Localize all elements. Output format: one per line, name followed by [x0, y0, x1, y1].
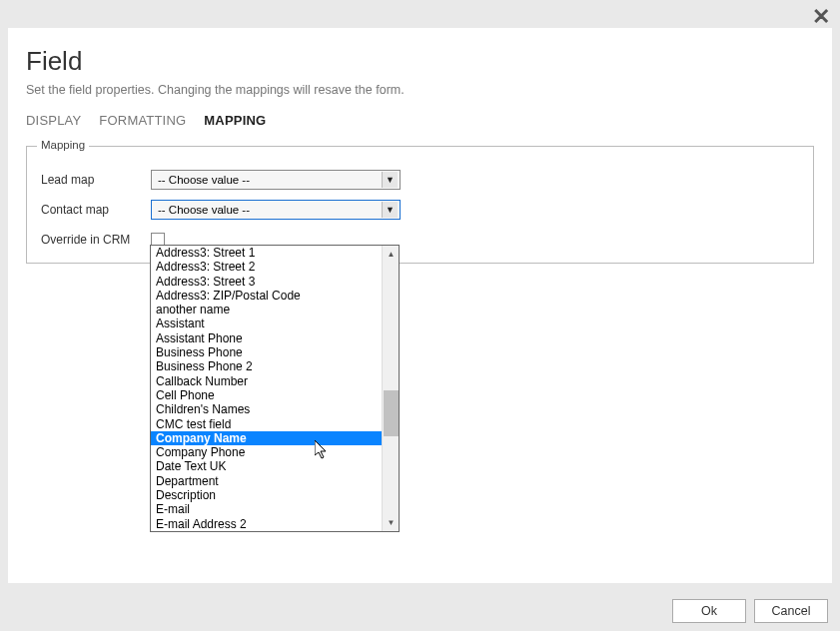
tab-bar: DISPLAY FORMATTING MAPPING [26, 113, 814, 128]
dropdown-option[interactable]: Address3: ZIP/Postal Code [151, 289, 383, 303]
chevron-down-icon: ▼ [382, 172, 398, 188]
dropdown-option[interactable]: Children's Names [151, 402, 383, 416]
dropdown-option[interactable]: Company Name [151, 431, 383, 445]
dropdown-option[interactable]: Address3: Street 2 [151, 260, 383, 274]
dropdown-option[interactable]: Assistant Phone [151, 331, 383, 345]
dialog-footer: Ok Cancel [0, 591, 840, 631]
ok-button[interactable]: Ok [672, 599, 746, 623]
lead-map-label: Lead map [41, 173, 151, 187]
contact-map-select[interactable]: -- Choose value -- ▼ [151, 200, 401, 220]
tab-formatting[interactable]: FORMATTING [99, 113, 186, 128]
scroll-up-icon[interactable]: ▲ [383, 246, 400, 263]
dropdown-option[interactable]: Business Phone [151, 345, 383, 359]
dialog-panel: Field Set the field properties. Changing… [8, 28, 832, 583]
dropdown-option[interactable]: Cell Phone [151, 388, 383, 402]
dropdown-option[interactable]: Callback Number [151, 374, 383, 388]
close-icon[interactable]: ✕ [812, 4, 830, 30]
dropdown-option[interactable]: Address3: Street 1 [151, 246, 383, 260]
scroll-track[interactable] [383, 263, 400, 514]
dropdown-option[interactable]: another name [151, 303, 383, 316]
dropdown-option[interactable]: Address3: Street 3 [151, 275, 383, 289]
lead-map-select[interactable]: -- Choose value -- ▼ [151, 170, 401, 190]
override-label: Override in CRM [41, 233, 151, 247]
page-subtitle: Set the field properties. Changing the m… [26, 83, 814, 97]
contact-map-dropdown: Address3: Street 1Address3: Street 2Addr… [150, 245, 400, 532]
dropdown-option[interactable]: Description [151, 488, 383, 502]
dropdown-list: Address3: Street 1Address3: Street 2Addr… [151, 246, 383, 531]
dropdown-option[interactable]: Date Text UK [151, 459, 383, 473]
dropdown-option[interactable]: Business Phone 2 [151, 359, 383, 373]
scroll-thumb[interactable] [384, 390, 399, 436]
cancel-button[interactable]: Cancel [754, 599, 828, 623]
contact-map-label: Contact map [41, 203, 151, 217]
page-title: Field [26, 46, 814, 77]
dropdown-option[interactable]: E-mail [151, 502, 383, 516]
chevron-down-icon: ▼ [382, 202, 398, 218]
contact-map-value: -- Choose value -- [158, 204, 250, 216]
dropdown-option[interactable]: Department [151, 474, 383, 488]
tab-display[interactable]: DISPLAY [26, 113, 81, 128]
tab-mapping[interactable]: MAPPING [204, 113, 266, 128]
dropdown-option[interactable]: E-mail Address 2 [151, 517, 383, 531]
dropdown-option[interactable]: CMC test field [151, 417, 383, 431]
fieldset-legend: Mapping [37, 139, 89, 151]
mapping-fieldset: Mapping Lead map -- Choose value -- ▼ Co… [26, 146, 814, 264]
lead-map-value: -- Choose value -- [158, 174, 250, 186]
scrollbar[interactable]: ▲ ▼ [382, 246, 399, 531]
dropdown-option[interactable]: Assistant [151, 316, 383, 330]
dropdown-option[interactable]: Company Phone [151, 445, 383, 459]
scroll-down-icon[interactable]: ▼ [383, 514, 400, 531]
